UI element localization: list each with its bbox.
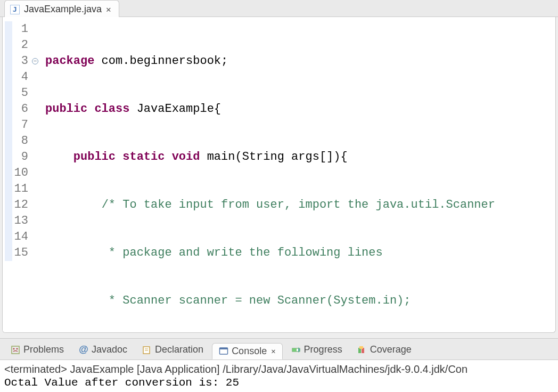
close-icon[interactable]: ✕ [106,4,111,14]
line-number: 2 [12,37,30,53]
line-number: 4 [12,69,30,85]
console-body[interactable]: <terminated> JavaExample [Java Applicati… [0,360,558,392]
progress-icon [291,345,301,355]
gutter: 1 2 3− 4 5 6 7 8 9 10 11 12 13 14 15 [3,17,42,332]
tab-label: Coverage [370,344,412,355]
console-process-label: <terminated> JavaExample [Java Applicati… [4,363,554,377]
tab-label: Problems [23,344,64,355]
close-icon[interactable]: ✕ [271,347,275,355]
line-number: 5 [12,85,30,101]
tab-label: Progress [304,344,342,355]
coverage-icon [357,345,367,355]
svg-rect-0 [12,346,19,354]
svg-point-2 [17,348,18,349]
editor-tab[interactable]: J JavaExample.java ✕ [4,0,119,17]
line-number: 15 [12,245,30,261]
workbench: J JavaExample.java ✕ 1 2 3− 4 5 6 7 8 9 … [0,0,558,392]
svg-rect-9 [292,348,297,352]
bottom-panel: Problems @ Javadoc Declaration Console ✕… [0,338,558,392]
line-number: 6 [12,101,30,117]
declaration-icon [142,345,152,355]
line-number: 12 [12,197,30,213]
tab-label: Javadoc [92,344,127,355]
editor-tab-strip: J JavaExample.java ✕ [0,0,558,17]
svg-rect-12 [359,346,363,349]
tab-label: Declaration [155,344,203,355]
line-number: 1 [12,21,30,37]
tab-coverage[interactable]: Coverage [351,342,418,357]
java-file-icon: J [10,5,20,14]
tab-problems[interactable]: Problems [4,342,70,357]
line-number: 7 [12,117,30,133]
code-editor[interactable]: 1 2 3− 4 5 6 7 8 9 10 11 12 13 14 15 pac… [2,17,556,333]
code-area[interactable]: package com.beginnersbook; public class … [42,17,555,332]
editor-tab-title: JavaExample.java [24,4,102,15]
tab-javadoc[interactable]: @ Javadoc [72,342,134,357]
svg-point-1 [13,348,15,349]
tab-console[interactable]: Console ✕ [212,343,282,360]
tab-label: Console [232,346,267,357]
console-output-line: Octal Value after conversion is: 25 [4,377,554,389]
line-number: 3 [12,53,30,69]
tab-progress[interactable]: Progress [285,342,349,357]
line-number: 11 [12,181,30,197]
view-tab-strip: Problems @ Javadoc Declaration Console ✕… [0,339,558,360]
line-number: 9 [12,149,30,165]
line-number: 8 [12,133,30,149]
console-icon [219,346,228,356]
fold-toggle-icon[interactable]: − [32,58,38,64]
line-number: 14 [12,229,30,245]
line-number: 10 [12,165,30,181]
javadoc-icon: @ [79,345,88,355]
tab-declaration[interactable]: Declaration [136,342,210,357]
problems-icon [11,345,20,355]
line-number: 13 [12,213,30,229]
svg-rect-7 [220,348,228,349]
